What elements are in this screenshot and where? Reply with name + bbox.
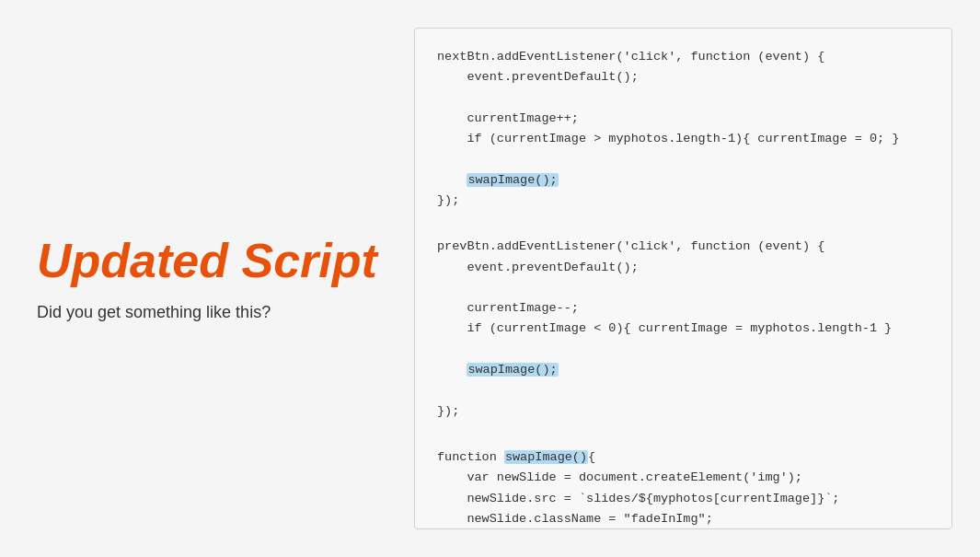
- highlighted-text: swapImage();: [467, 173, 558, 187]
- code-line: newSlide.className = "fadeInImg";: [437, 509, 929, 529]
- highlighted-text: swapImage();: [467, 363, 558, 377]
- code-line: [437, 149, 929, 169]
- page-subtitle: Did you get something like this?: [37, 303, 377, 322]
- code-section-function-def: function swapImage(){ var newSlide = doc…: [437, 427, 929, 529]
- code-line: [437, 427, 929, 447]
- left-panel: Updated Script Did you get something lik…: [28, 235, 377, 321]
- code-line: [437, 340, 929, 360]
- page-title: Updated Script: [37, 235, 377, 287]
- code-line: [437, 380, 929, 400]
- code-line: event.preventDefault();: [437, 67, 929, 87]
- code-line: [437, 278, 929, 298]
- code-line: if (currentImage < 0){ currentImage = my…: [437, 319, 929, 339]
- code-line: });: [437, 401, 929, 422]
- code-line: function swapImage(){: [437, 447, 929, 468]
- code-line: prevBtn.addEventListener('click', functi…: [437, 237, 929, 257]
- code-line: currentImage--;: [437, 298, 929, 319]
- code-line: currentImage++;: [437, 109, 929, 129]
- code-section-next-listener: nextBtn.addEventListener('click', functi…: [437, 47, 929, 211]
- code-section-prev-listener: prevBtn.addEventListener('click', functi…: [437, 216, 929, 422]
- code-line: event.preventDefault();: [437, 258, 929, 278]
- code-line: var newSlide = document.createElement('i…: [437, 468, 929, 488]
- code-line: swapImage();: [437, 170, 929, 191]
- code-panel: nextBtn.addEventListener('click', functi…: [414, 28, 952, 529]
- code-line: nextBtn.addEventListener('click', functi…: [437, 47, 929, 67]
- code-line: if (currentImage > myphotos.length-1){ c…: [437, 129, 929, 149]
- code-line: [437, 88, 929, 109]
- code-line: newSlide.src = `slides/${myphotos[curren…: [437, 489, 929, 509]
- code-line: [437, 216, 929, 237]
- code-line: swapImage();: [437, 360, 929, 380]
- highlighted-text: swapImage(): [504, 450, 588, 464]
- main-container: Updated Script Did you get something lik…: [0, 0, 980, 557]
- code-line: });: [437, 191, 929, 211]
